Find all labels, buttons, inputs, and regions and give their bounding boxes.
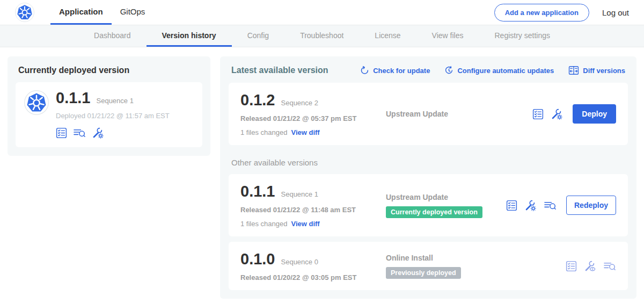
schedule-update-icon bbox=[444, 66, 453, 75]
currently-deployed-title: Currently deployed version bbox=[18, 66, 202, 75]
tab-gitops[interactable]: GitOps bbox=[112, 0, 154, 25]
app-switcher-tabs: Application GitOps bbox=[50, 0, 153, 25]
released-timestamp: Released 01/21/22 @ 11:48 am EST bbox=[240, 206, 383, 214]
version-actions bbox=[566, 260, 616, 272]
files-changed-row: 1 files changedView diff bbox=[240, 220, 383, 228]
refresh-icon bbox=[360, 66, 369, 75]
version-card-0-1-0: 0.1.0 Sequence 0 Released 01/20/22 @ 03:… bbox=[229, 242, 628, 290]
release-notes-icon[interactable] bbox=[506, 200, 517, 211]
tab-application[interactable]: Application bbox=[50, 0, 112, 25]
view-diff-link[interactable]: View diff bbox=[291, 128, 319, 136]
version-info: 0.1.2 Sequence 2 Released 01/21/22 @ 05:… bbox=[240, 91, 383, 136]
currently-deployed-details: 0.1.1 Sequence 1 Deployed 01/21/22 @ 11:… bbox=[56, 89, 170, 139]
other-versions-title: Other available versions bbox=[231, 158, 625, 167]
add-new-application-button[interactable]: Add a new application bbox=[494, 4, 589, 21]
version-info: 0.1.1 Sequence 1 Released 01/21/22 @ 11:… bbox=[240, 183, 383, 228]
deploy-button[interactable]: Deploy bbox=[573, 104, 616, 124]
subnav-item-registry-settings[interactable]: Registry settings bbox=[479, 25, 566, 47]
configure-automatic-updates-label: Configure automatic updates bbox=[457, 67, 554, 75]
version-info: 0.1.0 Sequence 0 Released 01/20/22 @ 03:… bbox=[240, 250, 383, 282]
sequence-label: Sequence 0 bbox=[281, 258, 318, 266]
redeploy-button[interactable]: Redeploy bbox=[566, 196, 616, 215]
version-actions: Deploy bbox=[532, 104, 616, 124]
kubernetes-logo-icon[interactable] bbox=[15, 3, 34, 22]
release-notes-icon[interactable] bbox=[532, 109, 544, 120]
diff-versions-link[interactable]: Diff versions bbox=[568, 65, 625, 76]
latest-version-header: Latest available version Check for updat… bbox=[231, 65, 625, 76]
version-source-block: Upstream Update bbox=[383, 110, 532, 118]
available-versions-panel: Latest available version Check for updat… bbox=[220, 56, 636, 299]
sequence-label: Sequence 2 bbox=[281, 99, 318, 107]
view-diff-link[interactable]: View diff bbox=[291, 220, 319, 228]
version-number: 0.1.0 bbox=[240, 250, 275, 268]
version-card-0-1-2: 0.1.2 Sequence 2 Released 01/21/22 @ 05:… bbox=[229, 83, 628, 145]
version-actions: Redeploy bbox=[506, 196, 616, 215]
release-notes-icon[interactable] bbox=[56, 127, 67, 139]
version-source-label: Online Install bbox=[386, 254, 566, 262]
config-icon[interactable] bbox=[92, 127, 104, 139]
subnav-item-troubleshoot[interactable]: Troubleshoot bbox=[284, 25, 359, 47]
released-timestamp: Released 01/20/22 @ 03:05 pm EST bbox=[240, 273, 383, 282]
diff-icon bbox=[568, 65, 579, 76]
version-number: 0.1.1 bbox=[240, 183, 275, 200]
configure-automatic-updates-link[interactable]: Configure automatic updates bbox=[444, 66, 554, 75]
deployed-sequence-label: Sequence 1 bbox=[97, 97, 134, 105]
subnav-item-view-files[interactable]: View files bbox=[416, 25, 479, 47]
version-number: 0.1.2 bbox=[240, 91, 275, 109]
card-spacer bbox=[229, 236, 628, 242]
logout-link[interactable]: Log out bbox=[602, 8, 629, 17]
currently-deployed-card: 0.1.1 Sequence 1 Deployed 01/21/22 @ 11:… bbox=[16, 82, 202, 147]
logs-icon[interactable] bbox=[544, 200, 557, 211]
version-source-block: Online Install Previously deployed bbox=[383, 254, 566, 279]
version-card-0-1-1: 0.1.1 Sequence 1 Released 01/21/22 @ 11:… bbox=[229, 174, 628, 236]
app-kubernetes-logo-icon bbox=[24, 90, 49, 115]
subnav-item-config[interactable]: Config bbox=[232, 25, 284, 47]
release-notes-icon[interactable] bbox=[566, 261, 577, 272]
version-source-block: Upstream Update Currently deployed versi… bbox=[383, 193, 506, 218]
sequence-label: Sequence 1 bbox=[281, 190, 318, 198]
tab-gitops-label: GitOps bbox=[120, 7, 145, 16]
check-for-update-link[interactable]: Check for update bbox=[360, 66, 430, 75]
currently-deployed-badge: Currently deployed version bbox=[386, 206, 482, 218]
subnav-item-version-history[interactable]: Version history bbox=[147, 25, 232, 47]
currently-deployed-panel: Currently deployed version 0.1.1 Sequenc… bbox=[8, 56, 210, 156]
view-config-icon[interactable] bbox=[584, 260, 596, 272]
version-history-page: Currently deployed version 0.1.1 Sequenc… bbox=[0, 47, 644, 303]
top-navbar: Application GitOps Add a new application… bbox=[0, 0, 644, 25]
app-section-nav: Dashboard Version history Config Trouble… bbox=[0, 25, 644, 47]
previously-deployed-badge: Previously deployed bbox=[386, 267, 461, 279]
latest-version-title: Latest available version bbox=[231, 66, 328, 75]
files-changed-row: 1 files changedView diff bbox=[240, 128, 383, 136]
files-changed-label: 1 files changed bbox=[240, 128, 287, 136]
version-source-label: Upstream Update bbox=[386, 110, 532, 118]
logs-icon[interactable] bbox=[73, 127, 86, 139]
version-source-label: Upstream Update bbox=[386, 193, 506, 201]
subnav-item-license[interactable]: License bbox=[359, 25, 416, 47]
subnav-item-dashboard[interactable]: Dashboard bbox=[78, 25, 147, 47]
deployed-version-actions bbox=[56, 127, 170, 139]
files-changed-label: 1 files changed bbox=[240, 220, 287, 228]
released-timestamp: Released 01/21/22 @ 05:37 pm EST bbox=[240, 114, 383, 122]
config-icon[interactable] bbox=[551, 108, 563, 120]
check-for-update-label: Check for update bbox=[373, 67, 430, 75]
config-icon[interactable] bbox=[524, 199, 537, 212]
deployed-timestamp: Deployed 01/21/22 @ 11:57 am EST bbox=[56, 112, 170, 120]
logs-icon[interactable] bbox=[603, 261, 616, 272]
diff-versions-label: Diff versions bbox=[583, 67, 625, 75]
deployed-version-number: 0.1.1 bbox=[56, 89, 91, 107]
update-actions: Check for update Configure automatic upd… bbox=[360, 65, 625, 76]
tab-application-label: Application bbox=[59, 7, 103, 16]
topbar-right-group: Add a new application Log out bbox=[494, 0, 629, 25]
